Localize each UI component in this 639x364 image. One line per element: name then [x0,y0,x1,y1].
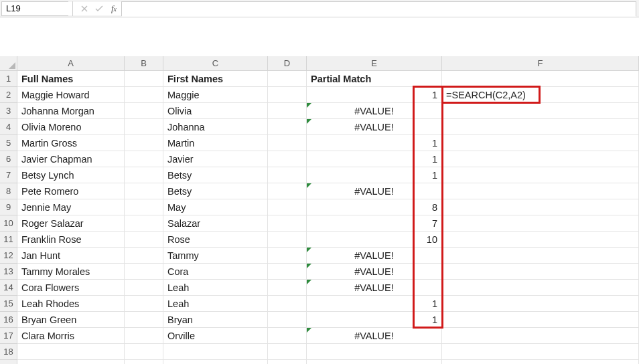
cell-B19[interactable] [125,360,163,364]
row-header-8[interactable]: 8 [0,183,17,199]
cell-D14[interactable] [268,280,307,296]
cell-F4[interactable] [442,119,639,135]
cell-C1[interactable]: First Names [163,71,268,87]
cell-A6[interactable]: Javier Chapman [17,151,125,167]
cell-C15[interactable]: Leah [163,296,268,312]
cell-F14[interactable] [442,280,639,296]
cell-A10[interactable]: Roger Salazar [17,215,125,232]
cell-E16[interactable]: 1 [307,312,442,328]
cell-B8[interactable] [125,183,163,199]
cell-C5[interactable]: Martin [163,135,268,151]
cell-B9[interactable] [125,199,163,215]
cell-A4[interactable]: Olivia Moreno [17,119,125,135]
cell-C14[interactable]: Leah [163,280,268,296]
cell-D10[interactable] [268,215,307,232]
insert-function-button[interactable]: fx [106,1,121,16]
cell-C3[interactable]: Olivia [163,103,268,119]
cell-F15[interactable] [442,296,639,312]
cell-B3[interactable] [125,103,163,119]
cell-F12[interactable] [442,248,639,264]
row-header-17[interactable]: 17 [0,328,17,344]
cell-B12[interactable] [125,248,163,264]
cell-B16[interactable] [125,312,163,328]
cell-F7[interactable] [442,167,639,183]
cell-D5[interactable] [268,135,307,151]
cell-D13[interactable] [268,264,307,280]
cell-A15[interactable]: Leah Rhodes [17,296,125,312]
cell-E15[interactable]: 1 [307,296,442,312]
cell-F13[interactable] [442,264,639,280]
row-header-18[interactable]: 18 [0,344,17,360]
cell-A9[interactable]: Jennie May [17,199,125,215]
cell-E2[interactable]: 1 [307,87,442,103]
cell-E7[interactable]: 1 [307,167,442,183]
cell-F9[interactable] [442,199,639,215]
cell-E12[interactable]: #VALUE! [307,248,442,264]
cell-A1[interactable]: Full Names [17,71,125,87]
cell-F3[interactable] [442,103,639,119]
cell-E11[interactable]: 10 [307,232,442,248]
col-header-F[interactable]: F [442,56,639,71]
cell-B6[interactable] [125,151,163,167]
row-header-10[interactable]: 10 [0,215,17,232]
cell-D16[interactable] [268,312,307,328]
col-header-C[interactable]: C [163,56,268,71]
row-header-14[interactable]: 14 [0,280,17,296]
cell-E8[interactable]: #VALUE! [307,183,442,199]
cell-A14[interactable]: Cora Flowers [17,280,125,296]
spreadsheet-grid[interactable]: ABCDEF1Full NamesFirst NamesPartial Matc… [0,56,639,364]
cell-B7[interactable] [125,167,163,183]
cell-D18[interactable] [268,344,307,360]
row-header-2[interactable]: 2 [0,87,17,103]
formula-input[interactable] [122,2,636,17]
cell-D3[interactable] [268,103,307,119]
cell-D19[interactable] [268,360,307,364]
cell-D12[interactable] [268,248,307,264]
cell-B10[interactable] [125,215,163,232]
col-header-E[interactable]: E [307,56,442,71]
cell-E19[interactable] [307,360,442,364]
cell-C2[interactable]: Maggie [163,87,268,103]
cell-B18[interactable] [125,344,163,360]
cell-F8[interactable] [442,183,639,199]
cell-B17[interactable] [125,328,163,344]
cell-D11[interactable] [268,232,307,248]
cell-F1[interactable] [442,71,639,87]
cell-A8[interactable]: Pete Romero [17,183,125,199]
cell-C7[interactable]: Betsy [163,167,268,183]
cell-F10[interactable] [442,215,639,232]
cell-B15[interactable] [125,296,163,312]
cell-E9[interactable]: 8 [307,199,442,215]
row-header-15[interactable]: 15 [0,296,17,312]
cell-A16[interactable]: Bryan Green [17,312,125,328]
cell-C18[interactable] [163,344,268,360]
row-header-16[interactable]: 16 [0,312,17,328]
cell-C11[interactable]: Rose [163,232,268,248]
cell-D4[interactable] [268,119,307,135]
cell-A7[interactable]: Betsy Lynch [17,167,125,183]
cell-C16[interactable]: Bryan [163,312,268,328]
cell-A2[interactable]: Maggie Howard [17,87,125,103]
enter-formula-button[interactable] [92,1,106,16]
row-header-1[interactable]: 1 [0,71,17,87]
cell-E18[interactable] [307,344,442,360]
row-header-5[interactable]: 5 [0,135,17,151]
cell-D15[interactable] [268,296,307,312]
cell-E4[interactable]: #VALUE! [307,119,442,135]
row-header-12[interactable]: 12 [0,248,17,264]
cell-B5[interactable] [125,135,163,151]
cell-A11[interactable]: Franklin Rose [17,232,125,248]
cell-B4[interactable] [125,119,163,135]
cell-F11[interactable] [442,232,639,248]
cell-A18[interactable] [17,344,125,360]
cell-C17[interactable]: Orville [163,328,268,344]
cell-D1[interactable] [268,71,307,87]
cell-E17[interactable]: #VALUE! [307,328,442,344]
cell-E3[interactable]: #VALUE! [307,103,442,119]
cell-F17[interactable] [442,328,639,344]
col-header-D[interactable]: D [268,56,307,71]
cell-B11[interactable] [125,232,163,248]
row-header-4[interactable]: 4 [0,119,17,135]
cell-C9[interactable]: May [163,199,268,215]
cell-E13[interactable]: #VALUE! [307,264,442,280]
